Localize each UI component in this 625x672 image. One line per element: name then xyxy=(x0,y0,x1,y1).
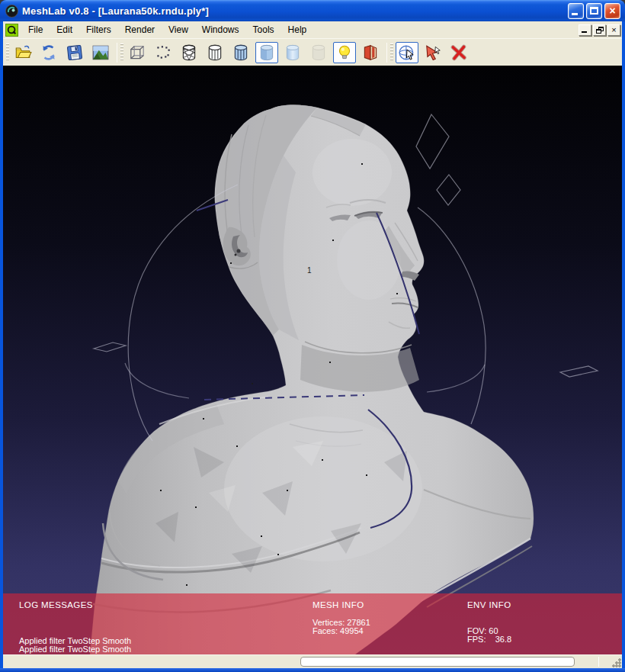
statusbar-separator xyxy=(598,657,599,667)
select-faces-icon xyxy=(424,43,442,62)
maximize-icon xyxy=(590,7,598,14)
snapshot-icon xyxy=(91,43,110,62)
reload-button[interactable] xyxy=(37,42,60,63)
flat-icon xyxy=(258,43,276,62)
mdi-minimize-button[interactable] xyxy=(579,24,591,36)
mdi-close-button[interactable]: × xyxy=(607,24,620,36)
delete-faces-button[interactable] xyxy=(447,42,470,63)
minimize-button[interactable] xyxy=(568,3,584,19)
status-bar xyxy=(3,654,622,668)
save-button[interactable] xyxy=(63,42,86,63)
menu-help[interactable]: Help xyxy=(281,22,314,37)
hidden-lines-icon xyxy=(206,43,224,62)
menu-bar: File Edit Filters Render View Windows To… xyxy=(3,21,622,38)
close-button[interactable]: × xyxy=(604,3,620,19)
flat-lines-icon xyxy=(232,43,250,62)
bounding-box-icon xyxy=(128,43,146,62)
faces-count: Faces: 49954 xyxy=(312,627,364,635)
wireframe-icon xyxy=(180,43,198,62)
mesh-info-title: MESH INFO xyxy=(312,601,364,609)
toolbar-grip[interactable] xyxy=(6,43,9,62)
toolbar-separator xyxy=(386,43,387,63)
hud-overlay: LOG MESSAGES Applied filter TwoStep Smoo… xyxy=(3,593,622,654)
window-bottom-border xyxy=(0,668,625,672)
log-messages-title: LOG MESSAGES xyxy=(19,601,93,609)
select-faces-button[interactable] xyxy=(421,42,444,63)
title-bar: MeshLab v0.8 - [Laurana50k.rndu.ply*] × xyxy=(0,0,625,21)
light-bulb-icon xyxy=(335,43,354,62)
menu-windows[interactable]: Windows xyxy=(195,22,246,37)
menu-render[interactable]: Render xyxy=(118,22,162,37)
mesh-scene: 1 xyxy=(3,66,622,654)
menu-edit[interactable]: Edit xyxy=(50,22,79,37)
reload-icon xyxy=(40,43,58,62)
mdi-restore-button[interactable] xyxy=(593,24,606,36)
resize-grip[interactable] xyxy=(611,658,621,667)
open-folder-icon xyxy=(14,43,32,62)
meshlab-logo-icon xyxy=(5,5,18,18)
wireframe-button[interactable] xyxy=(178,42,200,63)
progress-bar xyxy=(300,657,575,667)
trackball-icon xyxy=(398,43,416,62)
menu-view[interactable]: View xyxy=(162,22,195,37)
texture-button xyxy=(307,42,330,63)
maximize-button[interactable] xyxy=(586,3,602,19)
3d-viewport[interactable]: 1 LOG MESSAGES Applied filter TwoStep Sm… xyxy=(3,66,622,654)
toolbar-grip[interactable] xyxy=(390,43,393,62)
toolbar-separator xyxy=(117,43,117,63)
backface-culling-button[interactable] xyxy=(359,42,382,63)
toolbar-grip[interactable] xyxy=(120,43,123,62)
menu-file[interactable]: File xyxy=(21,22,50,37)
texture-icon xyxy=(309,43,328,62)
menu-tools[interactable]: Tools xyxy=(246,22,281,37)
bounding-box-button[interactable] xyxy=(126,42,149,63)
light-button[interactable] xyxy=(333,42,356,63)
points-button[interactable] xyxy=(152,42,175,63)
fps-value: FPS: 36.8 xyxy=(467,635,511,644)
save-floppy-icon xyxy=(66,43,84,62)
flat-button[interactable] xyxy=(255,42,278,63)
smooth-icon xyxy=(284,43,302,62)
minimize-icon xyxy=(572,13,578,15)
delete-faces-icon xyxy=(450,43,468,62)
hidden-lines-button[interactable] xyxy=(204,42,226,63)
mdi-minimize-icon xyxy=(582,31,587,33)
smooth-button[interactable] xyxy=(281,42,304,63)
snapshot-button[interactable] xyxy=(89,42,112,63)
points-icon xyxy=(154,43,172,62)
trackball-manipulator-button[interactable] xyxy=(396,42,418,63)
log-line: Applied filter TwoStep Smooth xyxy=(19,645,131,654)
backface-culling-icon xyxy=(361,43,380,62)
meshlab-window: MeshLab v0.8 - [Laurana50k.rndu.ply*] × … xyxy=(0,0,625,672)
vertex-marker-label: 1 xyxy=(307,266,312,275)
window-title: MeshLab v0.8 - [Laurana50k.rndu.ply*] xyxy=(22,5,566,17)
env-info-title: ENV INFO xyxy=(467,601,511,609)
open-button[interactable] xyxy=(11,42,34,63)
flat-lines-button[interactable] xyxy=(229,42,252,63)
menu-filters[interactable]: Filters xyxy=(79,22,118,37)
toolbar xyxy=(3,38,622,66)
document-icon xyxy=(5,24,18,37)
